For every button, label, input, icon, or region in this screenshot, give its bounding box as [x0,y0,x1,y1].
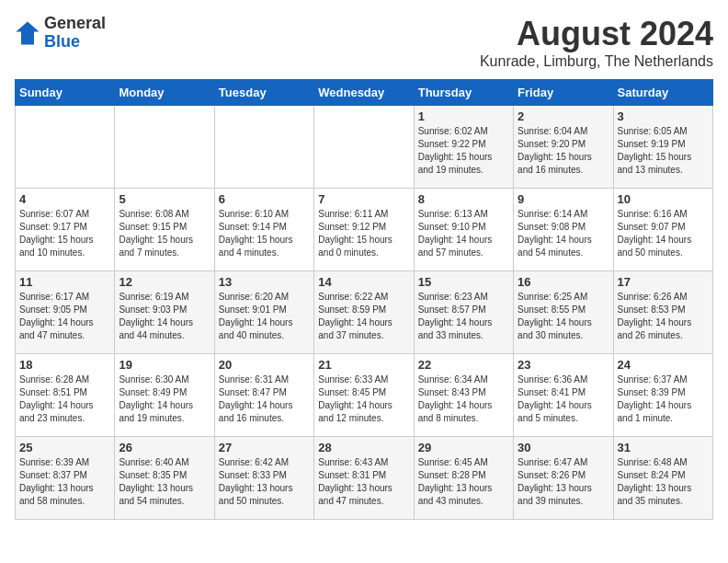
calendar-cell: 12Sunrise: 6:19 AM Sunset: 9:03 PM Dayli… [115,271,214,354]
calendar-cell: 4Sunrise: 6:07 AM Sunset: 9:17 PM Daylig… [16,189,115,271]
title-section: August 2024 Kunrade, Limburg, The Nether… [480,15,713,70]
day-number: 28 [318,441,409,454]
calendar-cell: 17Sunrise: 6:26 AM Sunset: 8:53 PM Dayli… [613,271,712,354]
day-number: 1 [418,109,509,123]
day-number: 2 [518,109,609,123]
day-number: 16 [518,275,609,289]
calendar-cell: 25Sunrise: 6:39 AM Sunset: 8:37 PM Dayli… [16,437,115,520]
day-number: 15 [418,275,509,289]
day-info: Sunrise: 6:19 AM Sunset: 9:03 PM Dayligh… [119,291,210,342]
day-info: Sunrise: 6:04 AM Sunset: 9:20 PM Dayligh… [518,125,609,177]
day-info: Sunrise: 6:25 AM Sunset: 8:55 PM Dayligh… [518,291,609,342]
day-info: Sunrise: 6:48 AM Sunset: 8:24 PM Dayligh… [618,456,709,508]
calendar-cell: 2Sunrise: 6:04 AM Sunset: 9:20 PM Daylig… [514,106,613,189]
logo-icon [15,20,40,46]
day-info: Sunrise: 6:05 AM Sunset: 9:19 PM Dayligh… [618,125,709,177]
header-cell-monday: Monday [115,80,214,106]
day-info: Sunrise: 6:36 AM Sunset: 8:41 PM Dayligh… [518,373,609,425]
day-info: Sunrise: 6:13 AM Sunset: 9:10 PM Dayligh… [418,208,509,259]
day-info: Sunrise: 6:31 AM Sunset: 8:47 PM Dayligh… [219,373,310,425]
day-number: 13 [219,275,310,289]
day-info: Sunrise: 6:08 AM Sunset: 9:15 PM Dayligh… [119,208,210,259]
day-number: 6 [219,192,310,206]
day-number: 22 [418,358,509,372]
calendar-cell: 27Sunrise: 6:42 AM Sunset: 8:33 PM Dayli… [214,437,313,520]
day-number: 9 [518,192,609,206]
week-row-1: 1Sunrise: 6:02 AM Sunset: 9:22 PM Daylig… [16,106,713,189]
day-number: 19 [119,358,210,372]
day-info: Sunrise: 6:40 AM Sunset: 8:35 PM Dayligh… [119,456,210,508]
day-info: Sunrise: 6:10 AM Sunset: 9:14 PM Dayligh… [219,208,310,259]
day-info: Sunrise: 6:43 AM Sunset: 8:31 PM Dayligh… [318,456,409,508]
day-number: 31 [618,441,709,454]
day-info: Sunrise: 6:47 AM Sunset: 8:26 PM Dayligh… [518,456,609,508]
day-info: Sunrise: 6:30 AM Sunset: 8:49 PM Dayligh… [119,373,210,425]
logo-text: General Blue [44,15,106,52]
logo: General Blue [15,15,106,52]
calendar-cell [16,106,115,189]
calendar-cell: 24Sunrise: 6:37 AM Sunset: 8:39 PM Dayli… [613,354,712,437]
day-info: Sunrise: 6:11 AM Sunset: 9:12 PM Dayligh… [318,208,409,259]
day-number: 27 [219,441,310,454]
calendar-cell: 3Sunrise: 6:05 AM Sunset: 9:19 PM Daylig… [613,106,712,189]
calendar-header: SundayMondayTuesdayWednesdayThursdayFrid… [16,80,713,106]
calendar-cell: 19Sunrise: 6:30 AM Sunset: 8:49 PM Dayli… [115,354,214,437]
header-cell-sunday: Sunday [16,80,115,106]
calendar-cell: 29Sunrise: 6:45 AM Sunset: 8:28 PM Dayli… [414,437,513,520]
day-info: Sunrise: 6:42 AM Sunset: 8:33 PM Dayligh… [219,456,310,508]
calendar-cell: 13Sunrise: 6:20 AM Sunset: 9:01 PM Dayli… [214,271,313,354]
calendar-cell: 31Sunrise: 6:48 AM Sunset: 8:24 PM Dayli… [613,437,712,520]
day-info: Sunrise: 6:45 AM Sunset: 8:28 PM Dayligh… [418,456,509,508]
day-number: 30 [518,441,609,454]
calendar-cell: 30Sunrise: 6:47 AM Sunset: 8:26 PM Dayli… [514,437,613,520]
calendar-cell: 5Sunrise: 6:08 AM Sunset: 9:15 PM Daylig… [115,189,214,271]
day-info: Sunrise: 6:22 AM Sunset: 8:59 PM Dayligh… [318,291,409,342]
day-info: Sunrise: 6:14 AM Sunset: 9:08 PM Dayligh… [518,208,609,259]
calendar-cell: 1Sunrise: 6:02 AM Sunset: 9:22 PM Daylig… [414,106,513,189]
logo-blue: Blue [44,33,106,52]
day-number: 23 [518,358,609,372]
day-number: 12 [119,275,210,289]
calendar-cell: 21Sunrise: 6:33 AM Sunset: 8:45 PM Dayli… [314,354,414,437]
day-number: 5 [119,192,210,206]
day-info: Sunrise: 6:20 AM Sunset: 9:01 PM Dayligh… [219,291,310,342]
week-row-3: 11Sunrise: 6:17 AM Sunset: 9:05 PM Dayli… [16,271,713,354]
calendar-cell: 20Sunrise: 6:31 AM Sunset: 8:47 PM Dayli… [214,354,313,437]
day-number: 8 [418,192,509,206]
header-cell-thursday: Thursday [414,80,513,106]
day-number: 21 [318,358,409,372]
calendar-cell [115,106,214,189]
day-number: 14 [318,275,409,289]
calendar-cell: 11Sunrise: 6:17 AM Sunset: 9:05 PM Dayli… [16,271,115,354]
logo-general: General [44,15,106,33]
day-number: 17 [618,275,709,289]
calendar-table: SundayMondayTuesdayWednesdayThursdayFrid… [15,79,713,520]
header-row: SundayMondayTuesdayWednesdayThursdayFrid… [16,80,713,106]
page-header: General Blue August 2024 Kunrade, Limbur… [15,15,713,70]
header-cell-tuesday: Tuesday [214,80,313,106]
calendar-body: 1Sunrise: 6:02 AM Sunset: 9:22 PM Daylig… [16,106,713,520]
day-number: 29 [418,441,509,454]
day-number: 18 [19,358,110,372]
day-number: 25 [19,441,110,454]
week-row-2: 4Sunrise: 6:07 AM Sunset: 9:17 PM Daylig… [16,189,713,271]
calendar-cell: 28Sunrise: 6:43 AM Sunset: 8:31 PM Dayli… [314,437,414,520]
calendar-cell: 7Sunrise: 6:11 AM Sunset: 9:12 PM Daylig… [314,189,414,271]
day-number: 11 [19,275,110,289]
day-number: 26 [119,441,210,454]
calendar-cell: 8Sunrise: 6:13 AM Sunset: 9:10 PM Daylig… [414,189,513,271]
day-info: Sunrise: 6:28 AM Sunset: 8:51 PM Dayligh… [19,373,110,425]
day-info: Sunrise: 6:17 AM Sunset: 9:05 PM Dayligh… [19,291,110,342]
calendar-cell [214,106,313,189]
header-cell-saturday: Saturday [613,80,712,106]
svg-marker-0 [16,21,39,44]
day-info: Sunrise: 6:23 AM Sunset: 8:57 PM Dayligh… [418,291,509,342]
week-row-4: 18Sunrise: 6:28 AM Sunset: 8:51 PM Dayli… [16,354,713,437]
calendar-cell: 15Sunrise: 6:23 AM Sunset: 8:57 PM Dayli… [414,271,513,354]
day-info: Sunrise: 6:16 AM Sunset: 9:07 PM Dayligh… [618,208,709,259]
header-cell-wednesday: Wednesday [314,80,414,106]
calendar-cell [314,106,414,189]
day-info: Sunrise: 6:34 AM Sunset: 8:43 PM Dayligh… [418,373,509,425]
header-cell-friday: Friday [514,80,613,106]
calendar-cell: 9Sunrise: 6:14 AM Sunset: 9:08 PM Daylig… [514,189,613,271]
